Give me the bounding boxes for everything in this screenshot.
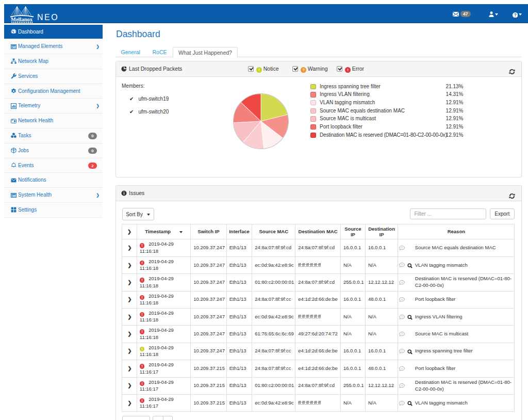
svg-text:?: ? bbox=[514, 13, 516, 18]
svg-text:Mellanox: Mellanox bbox=[11, 17, 33, 22]
